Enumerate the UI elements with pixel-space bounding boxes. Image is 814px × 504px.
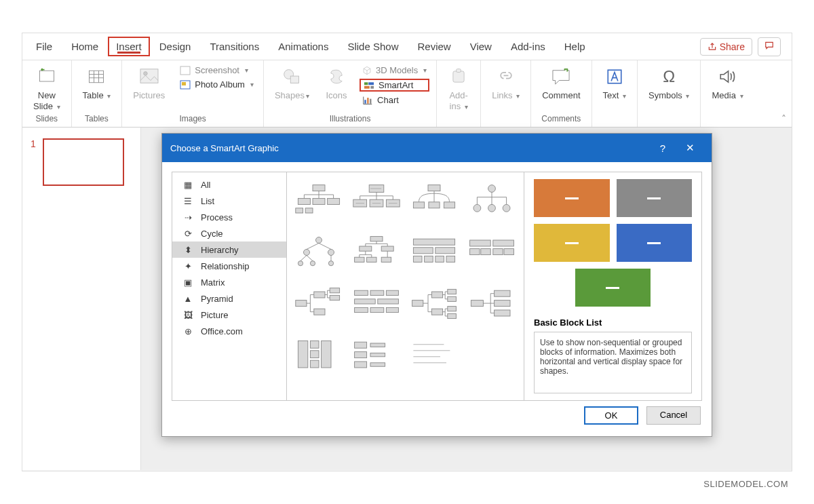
- slide-number: 1: [31, 138, 36, 149]
- tab-help[interactable]: Help: [555, 35, 595, 58]
- svg-point-34: [473, 205, 481, 212]
- category-cycle[interactable]: ⟳Cycle: [172, 225, 286, 241]
- svg-rect-58: [480, 249, 490, 255]
- tab-design[interactable]: Design: [150, 35, 201, 58]
- dialog-help-button[interactable]: ?: [649, 138, 676, 157]
- group-tables: Table ▾ Tables: [72, 60, 123, 127]
- svg-rect-24: [306, 208, 313, 213]
- svg-rect-32: [444, 202, 454, 208]
- photo-album-button[interactable]: Photo Album▾: [177, 79, 256, 90]
- omega-icon: Ω: [658, 66, 680, 88]
- layout-horizontal-hierarchy[interactable]: [409, 282, 460, 326]
- svg-rect-73: [370, 308, 384, 313]
- layout-hierarchy[interactable]: [294, 231, 345, 274]
- icons-icon: [326, 66, 347, 88]
- layout-table-hierarchy[interactable]: [409, 231, 460, 274]
- svg-point-38: [304, 250, 310, 256]
- list-icon: ☰: [182, 195, 194, 206]
- tab-review[interactable]: Review: [408, 35, 460, 58]
- 3d-models-button[interactable]: 3D Models▾: [360, 64, 429, 76]
- layout-half-circle-org[interactable]: [409, 179, 460, 222]
- text-button[interactable]: Text ▾: [599, 64, 630, 102]
- layout-horizontal-org[interactable]: [294, 282, 345, 326]
- svg-rect-23: [296, 208, 303, 213]
- group-comments-label: Comments: [538, 113, 584, 125]
- svg-rect-66: [330, 296, 340, 301]
- category-pyramid[interactable]: ▲Pyramid: [172, 290, 286, 307]
- collapse-ribbon-button[interactable]: ˄: [781, 113, 786, 124]
- group-symbols: Ω Symbols ▾: [638, 60, 701, 127]
- svg-rect-50: [413, 248, 433, 254]
- layout-horizontal-multi[interactable]: [351, 282, 402, 326]
- category-process[interactable]: ⇢Process: [172, 209, 286, 225]
- dialog-close-button[interactable]: ✕: [676, 138, 703, 157]
- screenshot-button[interactable]: Screenshot▾: [177, 64, 256, 76]
- layout-architecture[interactable]: [294, 334, 345, 377]
- preview-pane: Basic Block List Use to show non-sequent…: [524, 172, 702, 401]
- addins-button[interactable]: Add- ins ▾: [444, 64, 473, 113]
- category-relationship[interactable]: ✦Relationship: [172, 258, 286, 274]
- tab-transitions[interactable]: Transitions: [200, 35, 269, 58]
- group-illustrations: Shapes▾ Icons 3D Models▾ SmartArt: [264, 60, 437, 127]
- shapes-button[interactable]: Shapes▾: [271, 64, 313, 102]
- layout-text-hierarchy[interactable]: [409, 334, 460, 377]
- pyramid-icon: ▲: [182, 293, 194, 304]
- category-all[interactable]: ▦All: [172, 176, 286, 193]
- svg-rect-14: [367, 98, 368, 104]
- group-comments: Comment Comments: [531, 60, 592, 127]
- svg-rect-75: [412, 301, 423, 307]
- svg-rect-17: [457, 69, 461, 73]
- svg-rect-81: [448, 314, 457, 319]
- layout-horizontal-labeled[interactable]: [466, 282, 517, 326]
- speech-bubble-icon: [764, 41, 775, 50]
- group-addins: Add- ins ▾: [437, 60, 481, 127]
- smartart-button[interactable]: SmartArt: [360, 79, 429, 92]
- category-matrix[interactable]: ▣Matrix: [172, 274, 286, 290]
- table-label: Table ▾: [83, 90, 111, 100]
- speaker-icon: [716, 66, 738, 88]
- ok-button[interactable]: OK: [584, 406, 638, 425]
- svg-rect-64: [314, 309, 325, 315]
- share-button[interactable]: Share: [700, 38, 752, 56]
- svg-rect-22: [328, 199, 340, 205]
- svg-rect-96: [370, 363, 385, 366]
- tab-animations[interactable]: Animations: [269, 35, 338, 58]
- svg-point-40: [298, 261, 303, 266]
- comment-button[interactable]: Comment: [538, 64, 584, 102]
- icons-button[interactable]: Icons: [322, 64, 351, 102]
- pictures-button[interactable]: Pictures: [129, 64, 169, 102]
- category-list[interactable]: ☰List: [172, 193, 286, 209]
- share-icon: [708, 42, 717, 52]
- layout-name-title-org[interactable]: [351, 179, 402, 222]
- category-picture[interactable]: 🖼Picture: [172, 307, 286, 323]
- layout-circle-picture-hierarchy[interactable]: [466, 179, 517, 222]
- category-office[interactable]: ⊕Office.com: [172, 323, 286, 339]
- tab-slideshow[interactable]: Slide Show: [338, 35, 408, 58]
- svg-rect-65: [330, 288, 340, 293]
- table-button[interactable]: Table ▾: [79, 64, 115, 102]
- symbols-button[interactable]: Ω Symbols ▾: [644, 64, 693, 102]
- svg-rect-95: [355, 362, 367, 368]
- tab-view[interactable]: View: [461, 35, 501, 58]
- tab-addins[interactable]: Add-ins: [501, 35, 555, 58]
- tab-home[interactable]: Home: [62, 35, 108, 58]
- cancel-button[interactable]: Cancel: [646, 406, 701, 425]
- layout-hierarchy-list[interactable]: [466, 231, 517, 274]
- layout-lined-list[interactable]: [351, 334, 402, 377]
- category-hierarchy[interactable]: ⬍Hierarchy: [172, 241, 286, 258]
- media-button[interactable]: Media ▾: [708, 64, 747, 102]
- layout-org-chart[interactable]: [294, 179, 345, 222]
- comments-pane-button[interactable]: [758, 37, 781, 56]
- svg-rect-53: [424, 256, 433, 263]
- layout-labeled-hierarchy[interactable]: [351, 231, 402, 274]
- chart-button[interactable]: Chart: [360, 94, 429, 106]
- svg-rect-15: [370, 98, 371, 103]
- svg-rect-83: [494, 290, 509, 296]
- new-slide-button[interactable]: New Slide ▾: [29, 64, 64, 113]
- new-slide-label: New Slide ▾: [33, 90, 60, 111]
- svg-rect-2: [140, 69, 158, 83]
- tab-insert[interactable]: Insert: [108, 37, 150, 56]
- slide-thumbnail-1[interactable]: [43, 138, 124, 186]
- tab-file[interactable]: File: [26, 35, 62, 58]
- links-button[interactable]: Links ▾: [488, 64, 524, 102]
